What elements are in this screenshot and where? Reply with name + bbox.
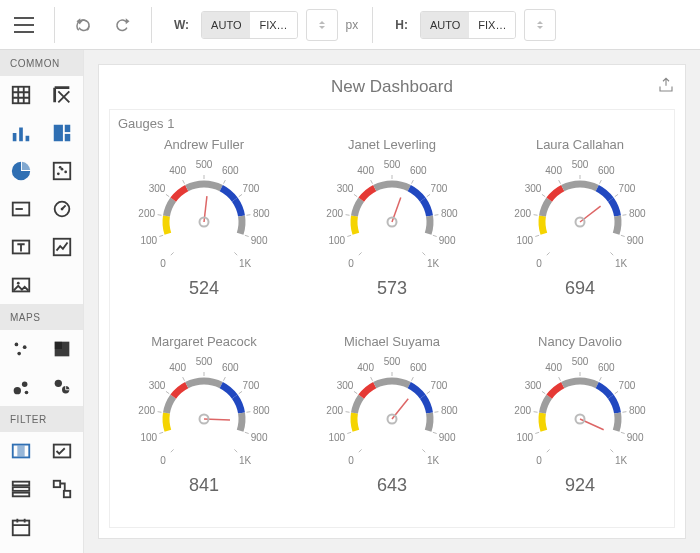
card-icon: [10, 198, 32, 220]
gauge-tick-label: 0: [160, 455, 166, 466]
width-stepper[interactable]: [306, 9, 338, 41]
toolbox-combo-filter[interactable]: [42, 432, 84, 470]
svg-line-56: [371, 180, 373, 184]
gauge-tick-label: 500: [384, 356, 401, 367]
toolbox-tree-filter[interactable]: [42, 470, 84, 508]
toolbox-pie-map[interactable]: [42, 368, 84, 406]
svg-line-67: [534, 215, 538, 216]
width-mode-segmented[interactable]: AUTO FIX…: [201, 11, 297, 39]
toolbox-scatter[interactable]: [42, 152, 84, 190]
svg-line-79: [159, 432, 163, 433]
gauge-tick-label: 200: [326, 207, 343, 218]
sidebar-group-header: FILTER: [0, 406, 83, 432]
svg-line-75: [610, 252, 613, 255]
gauge-tick-label: 300: [337, 379, 354, 390]
gauge-tick-label: 500: [196, 356, 213, 367]
svg-rect-0: [13, 87, 30, 104]
svg-line-98: [427, 391, 430, 393]
svg-point-22: [17, 352, 21, 356]
toolbox-gauge[interactable]: [42, 190, 84, 228]
gauge-tick-label: 800: [441, 404, 458, 415]
toolbox-card[interactable]: [0, 190, 42, 228]
toolbox-treemap[interactable]: [42, 114, 84, 152]
toolbox-bubble-map[interactable]: [0, 368, 42, 406]
svg-line-66: [535, 235, 539, 236]
gauge-cell: Janet Leverling0100200300400500600700800…: [298, 133, 486, 330]
export-icon: [657, 76, 675, 94]
width-auto-option[interactable]: AUTO: [202, 12, 250, 38]
toolbox-grid[interactable]: [0, 76, 42, 114]
gauge-tick-label: 0: [160, 258, 166, 269]
gauge-tick-label: 700: [431, 379, 448, 390]
export-button[interactable]: [657, 76, 675, 98]
range-icon: [51, 236, 73, 258]
redo-button[interactable]: [107, 10, 137, 40]
gauge-tick-label: 200: [138, 404, 155, 415]
svg-rect-35: [13, 493, 30, 497]
panel-title: Gauges 1: [110, 110, 674, 133]
svg-line-47: [246, 215, 250, 216]
svg-line-45: [224, 180, 226, 184]
toolbox-text[interactable]: [0, 228, 42, 266]
height-stepper[interactable]: [524, 9, 556, 41]
svg-line-58: [412, 180, 414, 184]
svg-line-93: [346, 412, 350, 413]
gauge-tick-label: 100: [516, 234, 533, 245]
toolbox-date-filter[interactable]: [0, 508, 42, 546]
undo-button[interactable]: [69, 10, 99, 40]
toolbox-range-filter[interactable]: [0, 432, 42, 470]
combo-filter-icon: [51, 440, 73, 462]
dashboard-surface[interactable]: New Dashboard Gauges 1 Andrew Fuller0100…: [98, 64, 686, 539]
gauge-value: 924: [565, 475, 595, 496]
gauge-tick-label: 400: [545, 362, 562, 373]
gauge-tick-label: 600: [598, 165, 615, 176]
menu-button[interactable]: [8, 9, 40, 41]
svg-rect-31: [17, 446, 24, 457]
svg-line-41: [158, 215, 162, 216]
gauge-cell: Michael Suyama01002003004005006007008009…: [298, 330, 486, 527]
svg-point-8: [57, 172, 60, 175]
pie-map-icon: [51, 376, 73, 398]
gauge-tick-label: 400: [357, 165, 374, 176]
pivot-icon: [51, 84, 73, 106]
svg-line-99: [434, 412, 438, 413]
gauge-tick-label: 400: [545, 165, 562, 176]
svg-rect-24: [55, 342, 62, 349]
svg-line-108: [559, 377, 561, 381]
dashboard-header: New Dashboard: [99, 65, 685, 109]
svg-line-54: [346, 215, 350, 216]
svg-line-68: [542, 194, 545, 196]
toolbox-list-filter[interactable]: [0, 470, 42, 508]
gauges-panel[interactable]: Gauges 1 Andrew Fuller010020030040050060…: [109, 109, 675, 528]
scatter-icon: [51, 160, 73, 182]
toolbox-bar-chart[interactable]: [0, 114, 42, 152]
gauge-tick-label: 800: [629, 207, 646, 218]
gauge-tick-label: 500: [196, 159, 213, 170]
toolbox-range[interactable]: [42, 228, 84, 266]
toolbox-geo-point[interactable]: [0, 330, 42, 368]
svg-rect-3: [25, 136, 29, 142]
text-icon: [10, 236, 32, 258]
svg-line-71: [600, 180, 602, 184]
gauge-tick-label: 700: [243, 182, 260, 193]
design-canvas: New Dashboard Gauges 1 Andrew Fuller0100…: [84, 50, 700, 553]
width-fixed-option[interactable]: FIX…: [250, 12, 296, 38]
svg-line-42: [166, 194, 169, 196]
width-unit: px: [346, 18, 359, 32]
height-mode-segmented[interactable]: AUTO FIX…: [420, 11, 516, 39]
height-fixed-option[interactable]: FIX…: [469, 12, 515, 38]
toolbox-choropleth[interactable]: [42, 330, 84, 368]
svg-line-82: [183, 377, 185, 381]
toolbox-image[interactable]: [0, 266, 42, 304]
toolbox-pivot[interactable]: [42, 76, 84, 114]
svg-point-27: [24, 391, 28, 395]
gauge-tick-label: 100: [140, 234, 157, 245]
svg-line-52: [359, 252, 362, 255]
top-toolbar: W: AUTO FIX… px H: AUTO FIX…: [0, 0, 700, 50]
height-auto-option[interactable]: AUTO: [421, 12, 469, 38]
toolbox-pie[interactable]: [0, 152, 42, 190]
svg-line-81: [166, 391, 169, 393]
svg-point-28: [55, 380, 62, 387]
width-label: W:: [174, 18, 189, 32]
gauge-value: 694: [565, 278, 595, 299]
